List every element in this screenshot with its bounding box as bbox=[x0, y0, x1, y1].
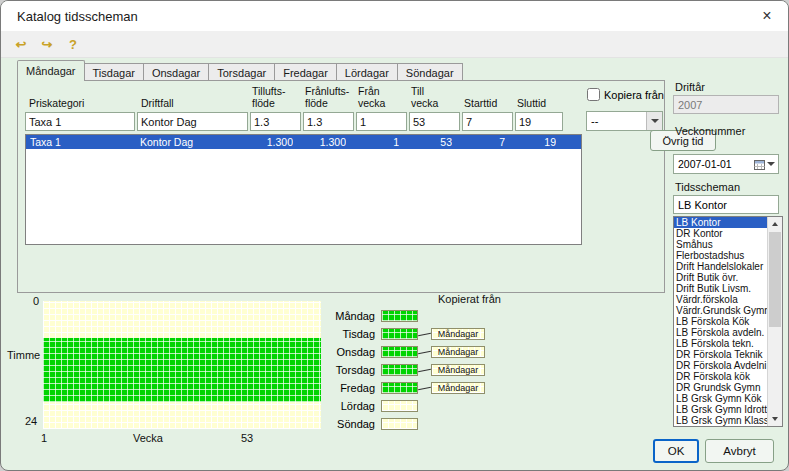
list-item[interactable]: DR Förskola Avdelni bbox=[674, 360, 767, 371]
x-axis-left-tick: 1 bbox=[41, 432, 47, 444]
scroll-down-icon[interactable] bbox=[768, 412, 782, 426]
tidsscheman-field[interactable]: LB Kontor bbox=[673, 195, 779, 214]
legend-copied-from: Måndagar bbox=[431, 346, 485, 358]
legend-row-mandag: Måndag bbox=[333, 307, 485, 325]
column-header-fran-vecka: Från vecka bbox=[358, 86, 385, 109]
driftar-label: Driftår bbox=[675, 81, 705, 93]
legend-copied-from: Måndagar bbox=[431, 328, 485, 340]
legend-row-fredag: Fredag Måndagar bbox=[333, 379, 485, 397]
titlebar: Katalog tidsscheman × bbox=[1, 1, 788, 31]
scroll-up-icon[interactable] bbox=[768, 217, 782, 231]
legend-connector-line bbox=[418, 350, 431, 354]
listbox-scrollbar[interactable] bbox=[767, 217, 782, 426]
legend-row-tisdag: Tisdag Måndagar bbox=[333, 325, 485, 343]
active-hours-band bbox=[43, 338, 321, 402]
schedule-grid[interactable]: Taxa 1 Kontor Dag 1.300 1.300 1 53 7 19 bbox=[25, 134, 582, 245]
schedule-list: LB Kontor DR Kontor Småhus Flerbostadshu… bbox=[674, 217, 767, 426]
list-item[interactable]: DR Förskola Teknik bbox=[674, 349, 767, 360]
driftar-field: 2007 bbox=[673, 95, 779, 114]
list-item[interactable]: Drift Handelslokaler bbox=[674, 261, 767, 272]
list-item[interactable]: LB Förskola Kök bbox=[674, 316, 767, 327]
list-item[interactable]: LB Kontor bbox=[674, 217, 767, 228]
list-item[interactable]: DR Kontor bbox=[674, 228, 767, 239]
legend-inactive-swatch bbox=[381, 418, 418, 430]
legend-row-torsdag: Torsdag Måndagar bbox=[333, 361, 485, 379]
priskategori-input[interactable] bbox=[25, 112, 135, 131]
fran-vecka-input[interactable] bbox=[356, 112, 407, 131]
legend-active-swatch bbox=[381, 364, 418, 376]
chart-legend: Måndag Tisdag Måndagar Onsdag Måndagar T… bbox=[333, 307, 485, 433]
help-icon[interactable]: ? bbox=[63, 35, 83, 54]
grid-cell-driftfall: Kontor Dag bbox=[140, 135, 246, 149]
schedule-chart bbox=[43, 301, 321, 429]
list-item[interactable]: Drift Butik övr. bbox=[674, 272, 767, 283]
till-vecka-input[interactable] bbox=[409, 112, 460, 131]
date-picker-value: 2007-01-01 bbox=[674, 158, 754, 170]
close-button[interactable]: × bbox=[746, 1, 788, 31]
ok-button[interactable]: OK bbox=[653, 439, 699, 463]
legend-active-swatch bbox=[381, 328, 418, 340]
legend-header: Kopierat från bbox=[438, 293, 501, 305]
list-item[interactable]: LB Förskola avdeln. bbox=[674, 327, 767, 338]
column-header-priskategori: Priskategori bbox=[29, 98, 84, 110]
tab-torsdagar[interactable]: Torsdagar bbox=[208, 63, 275, 81]
list-item[interactable]: DR Grundsk Gymn bbox=[674, 382, 767, 393]
date-dropdown-arrow-icon[interactable] bbox=[767, 162, 775, 166]
sluttid-input[interactable] bbox=[515, 112, 563, 131]
cancel-button[interactable]: Avbryt bbox=[705, 439, 774, 463]
column-header-starttid: Starttid bbox=[464, 98, 497, 110]
weekday-tab-strip: Måndagar Tisdagar Onsdagar Torsdagar Fre… bbox=[17, 60, 462, 81]
list-item[interactable]: DR Förskola kök bbox=[674, 371, 767, 382]
dropdown-arrow-icon[interactable] bbox=[646, 112, 662, 130]
franluftsflode-input[interactable] bbox=[303, 112, 354, 131]
legend-copied-from: Måndagar bbox=[431, 382, 485, 394]
tilluftsflode-input[interactable] bbox=[250, 112, 301, 131]
driftfall-input[interactable] bbox=[137, 112, 248, 131]
legend-row-onsdag: Onsdag Måndagar bbox=[333, 343, 485, 361]
calendar-icon bbox=[754, 159, 765, 170]
date-picker[interactable]: 2007-01-01 bbox=[673, 154, 779, 174]
grid-cell-starttid: 7 bbox=[463, 135, 505, 149]
list-item[interactable]: Småhus bbox=[674, 239, 767, 250]
list-item[interactable]: Flerbostadshus bbox=[674, 250, 767, 261]
tab-fredagar[interactable]: Fredagar bbox=[274, 63, 337, 81]
katalog-tidsscheman-dialog: Katalog tidsscheman × ↩ ↪ ? Måndagar Tis… bbox=[0, 0, 789, 471]
list-item[interactable]: LB Grsk Gymn Idrott bbox=[674, 404, 767, 415]
x-axis-label: Vecka bbox=[133, 432, 163, 444]
grid-cell-sluttid: 19 bbox=[516, 135, 556, 149]
tab-lordagar[interactable]: Lördagar bbox=[336, 63, 398, 81]
y-axis-top-tick: 0 bbox=[33, 295, 39, 307]
column-header-sluttid: Sluttid bbox=[517, 98, 546, 110]
legend-connector-line bbox=[418, 386, 431, 390]
legend-copied-from: Måndagar bbox=[431, 364, 485, 376]
list-item[interactable]: LB Förskola tekn. bbox=[674, 338, 767, 349]
list-item[interactable]: Värdr.Grundsk Gymn bbox=[674, 305, 767, 316]
grid-row-selected[interactable]: Taxa 1 Kontor Dag 1.300 1.300 1 53 7 19 bbox=[26, 135, 581, 149]
legend-row-lordag: Lördag bbox=[333, 397, 485, 415]
toolbar: ↩ ↪ ? bbox=[1, 31, 788, 58]
redo-icon[interactable]: ↪ bbox=[37, 35, 57, 54]
list-item[interactable]: LB Grsk Gymn Kök bbox=[674, 393, 767, 404]
undo-icon[interactable]: ↩ bbox=[11, 35, 31, 54]
tidsscheman-label: Tidsscheman bbox=[675, 181, 740, 193]
tab-mandagar[interactable]: Måndagar bbox=[17, 60, 85, 81]
copy-from-dropdown[interactable]: -- bbox=[586, 111, 663, 131]
grid-cell-priskategori: Taxa 1 bbox=[30, 135, 136, 149]
list-item[interactable]: Värdr.förskola bbox=[674, 294, 767, 305]
list-item[interactable]: LB Grsk Gymn Klassi bbox=[674, 415, 767, 426]
tab-sondagar[interactable]: Söndagar bbox=[397, 63, 463, 81]
schedule-listbox[interactable]: LB Kontor DR Kontor Småhus Flerbostadshu… bbox=[673, 216, 783, 427]
legend-day-label: Torsdag bbox=[333, 364, 381, 376]
legend-active-swatch bbox=[381, 382, 418, 394]
tab-tisdagar[interactable]: Tisdagar bbox=[84, 63, 144, 81]
starttid-input[interactable] bbox=[462, 112, 513, 131]
column-header-till-vecka: Till vecka bbox=[411, 86, 438, 109]
copy-from-label: Kopiera från bbox=[604, 89, 664, 101]
copy-from-checkbox[interactable]: Kopiera från bbox=[587, 88, 664, 101]
legend-inactive-swatch bbox=[381, 400, 418, 412]
scrollbar-thumb[interactable] bbox=[769, 232, 781, 327]
copy-from-checkbox-input[interactable] bbox=[587, 88, 600, 101]
tab-onsdagar[interactable]: Onsdagar bbox=[143, 63, 209, 81]
veckonummer-label: Veckonummer bbox=[675, 125, 745, 137]
list-item[interactable]: Drift Butik Livsm. bbox=[674, 283, 767, 294]
